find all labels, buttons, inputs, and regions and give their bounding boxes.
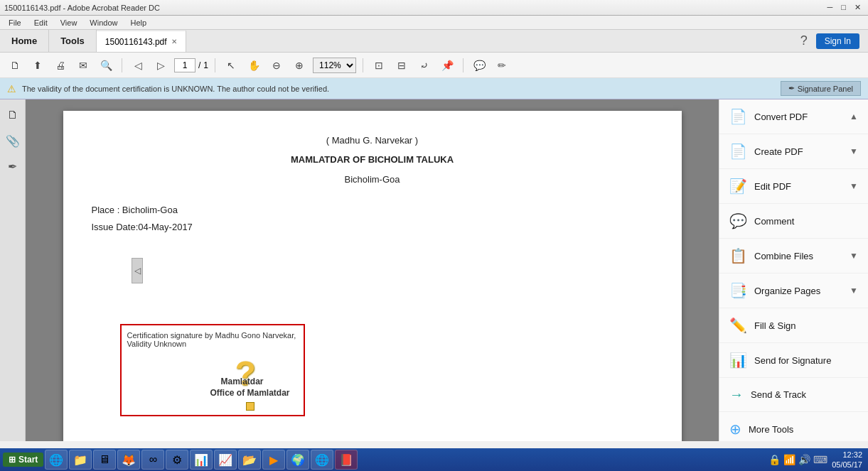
- zoom-in-btn[interactable]: ⊕: [290, 56, 309, 75]
- tab-label: 1500116143.pdf: [105, 37, 167, 47]
- minimize-btn[interactable]: ─: [825, 2, 836, 13]
- edit-pdf-label: Edit PDF: [754, 181, 791, 192]
- edit-pdf-expand-icon: ▼: [850, 181, 858, 191]
- edit-pdf-item[interactable]: 📝 Edit PDF ▼: [719, 169, 868, 204]
- taskbar-chrome-icon[interactable]: 🌐: [311, 450, 333, 470]
- fit-page-btn[interactable]: ⊡: [370, 56, 388, 75]
- zoom-select[interactable]: 50% 75% 100% 112% 125% 150% 200%: [313, 58, 356, 73]
- send-track-icon: →: [729, 386, 744, 403]
- help-icon[interactable]: ?: [800, 33, 808, 48]
- close-btn[interactable]: ✕: [852, 2, 864, 13]
- more-tools-item[interactable]: ⊕ More Tools: [719, 412, 868, 441]
- rotate-btn[interactable]: ⤾: [415, 56, 434, 75]
- taskbar-ie-icon[interactable]: 🌐: [45, 450, 68, 470]
- menu-file[interactable]: File: [3, 17, 27, 28]
- sep3: [363, 58, 363, 72]
- edit-pdf-icon: 📝: [729, 178, 747, 195]
- sign-tool-btn[interactable]: ✒: [3, 156, 23, 176]
- hand-tool-btn[interactable]: ✋: [245, 56, 263, 75]
- taskbar-excel-icon[interactable]: 📊: [190, 450, 213, 470]
- select-tool-btn[interactable]: ↖: [222, 56, 240, 75]
- send-for-signature-label: Send for Signature: [754, 355, 831, 366]
- sig-office: Office of Mamlatdar: [210, 388, 290, 398]
- create-pdf-icon: 📄: [729, 143, 747, 160]
- combine-files-icon: 📋: [729, 247, 747, 264]
- pdf-tab[interactable]: 1500116143.pdf ✕: [97, 30, 186, 52]
- title-bar: 1500116143.pdf - Adobe Acrobat Reader DC…: [0, 0, 868, 16]
- fill-sign-item[interactable]: ✏️ Fill & Sign: [719, 308, 868, 343]
- notification-bar: ⚠ The validity of the document certifica…: [0, 78, 868, 99]
- page-number-input[interactable]: 1: [174, 58, 195, 72]
- pdf-location: Bicholim-Goa: [344, 174, 400, 185]
- menu-window[interactable]: Window: [84, 17, 123, 28]
- new-file-btn[interactable]: 🗋: [6, 56, 24, 75]
- find-btn[interactable]: 🔍: [97, 56, 115, 75]
- signature-panel-button[interactable]: ✒ Signature Panel: [781, 81, 861, 96]
- warning-icon: ⚠: [7, 83, 16, 94]
- taskbar-explore-icon[interactable]: 📂: [238, 450, 261, 470]
- sep1: [122, 58, 122, 72]
- tools-button[interactable]: Tools: [49, 30, 97, 52]
- title-bar-title: 1500116143.pdf - Adobe Acrobat Reader DC: [4, 4, 160, 12]
- zoom-out-btn[interactable]: ⊖: [267, 56, 286, 75]
- email-btn[interactable]: ✉: [74, 56, 92, 75]
- combine-files-expand-icon: ▼: [850, 251, 858, 261]
- taskbar-firefox-icon[interactable]: 🦊: [117, 450, 140, 470]
- comment-item[interactable]: 💬 Comment: [719, 204, 868, 239]
- comment-label: Comment: [754, 216, 794, 227]
- clock-date: 05/05/17: [832, 460, 862, 470]
- print-btn[interactable]: 🖨: [51, 56, 70, 75]
- menu-edit[interactable]: Edit: [28, 17, 53, 28]
- combine-files-item[interactable]: 📋 Combine Files ▼: [719, 239, 868, 274]
- systray-icon-1: 🔒: [768, 454, 781, 465]
- taskbar-acrobat-icon[interactable]: 📕: [335, 450, 358, 470]
- convert-pdf-item[interactable]: 📄 Convert PDF ▲: [719, 99, 868, 134]
- bookmark-btn[interactable]: 📌: [438, 56, 456, 75]
- taskbar-vlc-icon[interactable]: ▶: [262, 450, 285, 470]
- taskbar-opera-icon[interactable]: 🌍: [286, 450, 309, 470]
- page-total: 1: [203, 60, 208, 70]
- send-track-label: Send & Track: [751, 389, 806, 400]
- create-pdf-item[interactable]: 📄 Create PDF ▼: [719, 134, 868, 169]
- open-btn[interactable]: ⬆: [28, 56, 47, 75]
- prev-page-btn[interactable]: ◁: [129, 56, 147, 75]
- next-page-btn[interactable]: ▷: [151, 56, 170, 75]
- fit-width-btn[interactable]: ⊟: [392, 56, 411, 75]
- taskbar-settings-icon[interactable]: ⚙: [166, 450, 188, 470]
- more-tools-label: More Tools: [749, 424, 793, 435]
- attach-tool-btn[interactable]: 📎: [3, 131, 23, 151]
- start-button[interactable]: ⊞ Start: [3, 453, 43, 467]
- pdf-issue-date: Issue Date:04-May-2017: [92, 219, 653, 235]
- menu-view[interactable]: View: [55, 17, 83, 28]
- send-for-signature-item[interactable]: 📊 Send for Signature: [719, 343, 868, 378]
- tab-close-icon[interactable]: ✕: [171, 38, 177, 45]
- taskbar-folder-icon[interactable]: 📁: [69, 450, 92, 470]
- comment-btn[interactable]: 💬: [470, 56, 488, 75]
- systray-icon-4: ⌨: [813, 454, 827, 465]
- sig-mamlatdar: Mamlatdar: [221, 377, 264, 386]
- menu-help[interactable]: Help: [124, 17, 152, 28]
- maximize-btn[interactable]: □: [838, 2, 849, 13]
- toolbar: 🗋 ⬆ 🖨 ✉ 🔍 ◁ ▷ 1 / 1 ↖ ✋ ⊖ ⊕ 50% 75% 100%…: [0, 53, 868, 78]
- signature-box: Certification signature by Madhu Gono Na…: [120, 324, 305, 416]
- send-track-item[interactable]: → Send & Track: [719, 378, 868, 412]
- taskbar-chart-icon[interactable]: 📈: [214, 450, 237, 470]
- taskbar-clock: 12:32 05/05/17: [832, 450, 862, 470]
- taskbar-corel-icon[interactable]: ∞: [141, 450, 164, 470]
- organize-pages-item[interactable]: 📑 Organize Pages ▼: [719, 274, 868, 308]
- draw-btn[interactable]: ✏: [493, 56, 511, 75]
- create-tool-btn[interactable]: 🗋: [3, 105, 23, 125]
- title-bar-controls[interactable]: ─ □ ✕: [825, 2, 864, 13]
- convert-pdf-label: Convert PDF: [754, 112, 808, 122]
- start-label: Start: [18, 455, 38, 465]
- pdf-area[interactable]: ( Madhu G. Narvekar ) MAMLATDAR OF BICHO…: [26, 99, 719, 441]
- home-button[interactable]: Home: [0, 30, 49, 52]
- more-tools-icon: ⊕: [729, 421, 741, 438]
- clock-time: 12:32: [832, 450, 862, 460]
- taskbar: ⊞ Start 🌐 📁 🖥 🦊 ∞ ⚙ 📊 📈 📂 ▶ 🌍 🌐 📕 🔒 📶 🔊 …: [0, 448, 868, 471]
- left-sidebar: 🗋 📎 ✒: [0, 99, 26, 441]
- taskbar-monitor-icon[interactable]: 🖥: [93, 450, 116, 470]
- sign-in-button[interactable]: Sign In: [816, 33, 859, 49]
- create-pdf-expand-icon: ▼: [850, 146, 858, 156]
- collapse-panel-arrow[interactable]: ◁: [132, 258, 143, 283]
